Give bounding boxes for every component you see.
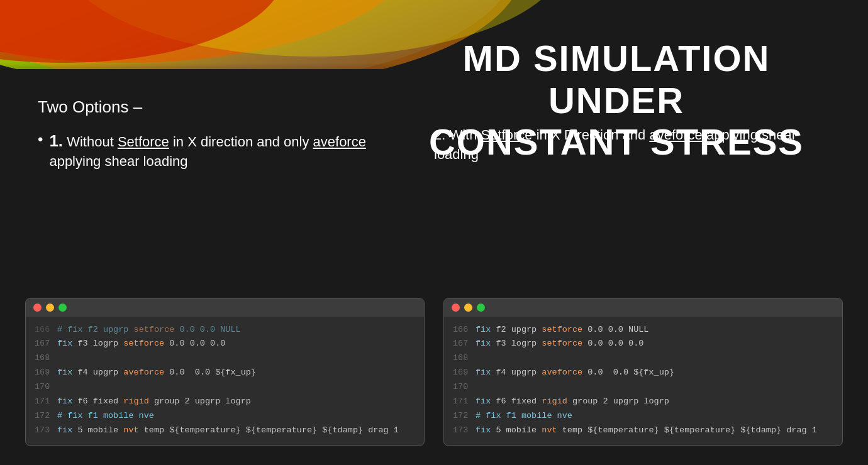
- code-line-166-left: 166 # fix f2 upgrp setforce 0.0 0.0 NULL: [35, 323, 415, 337]
- code-line-172-left: 172 # fix f1 mobile nve: [35, 409, 415, 424]
- code-body-right: 166 fix f2 upgrp setforce 0.0 0.0 NULL 1…: [444, 317, 842, 446]
- code-line-172-right: 172 # fix f1 mobile nve: [453, 409, 833, 424]
- code-line-170-left: 170: [35, 380, 415, 395]
- two-options-label: Two Options –: [38, 97, 396, 117]
- titlebar-right: [444, 298, 842, 317]
- titlebar-left: [26, 298, 424, 317]
- code-line-169-right: 169 fix f4 upgrp aveforce 0.0 0.0 ${fx_u…: [453, 366, 833, 380]
- dot-green-right: [477, 304, 485, 312]
- code-line-167-right: 167 fix f3 logrp setforce 0.0 0.0 0.0: [453, 337, 833, 351]
- code-line-168-right: 168: [453, 351, 833, 366]
- code-line-171-right: 171 fix f6 fixed rigid group 2 upgrp log…: [453, 395, 833, 409]
- code-blocks-area: 166 # fix f2 upgrp setforce 0.0 0.0 NULL…: [25, 298, 843, 447]
- bullet-icon: •: [38, 129, 43, 149]
- left-content: Two Options – • 1. Without Setforce in X…: [38, 97, 396, 172]
- option1-text: 1. Without Setforce in X direction and o…: [49, 129, 396, 172]
- code-window-left: 166 # fix f2 upgrp setforce 0.0 0.0 NULL…: [25, 298, 425, 447]
- code-line-166-right: 166 fix f2 upgrp setforce 0.0 0.0 NULL: [453, 323, 833, 337]
- code-line-167-left: 167 fix f3 logrp setforce 0.0 0.0 0.0: [35, 337, 415, 351]
- dot-red-left: [33, 304, 42, 312]
- code-line-170-right: 170: [453, 380, 833, 395]
- right-content: 2. With Setforce in X Direction and avef…: [434, 126, 830, 165]
- option1: • 1. Without Setforce in X direction and…: [38, 129, 396, 172]
- option2-text: 2. With Setforce in X Direction and avef…: [434, 126, 830, 165]
- code-line-171-left: 171 fix f6 fixed rigid group 2 upgrp log…: [35, 395, 415, 409]
- code-line-173-left: 173 fix 5 mobile nvt temp ${temperature}…: [35, 424, 415, 438]
- code-line-173-right: 173 fix 5 mobile nvt temp ${temperature}…: [453, 424, 833, 438]
- dot-yellow-left: [46, 304, 54, 312]
- code-line-168-left: 168: [35, 351, 415, 366]
- code-line-169-left: 169 fix f4 upgrp aveforce 0.0 0.0 ${fx_u…: [35, 366, 415, 380]
- dot-yellow-right: [464, 304, 472, 312]
- dot-green-left: [58, 304, 67, 312]
- dot-red-right: [452, 304, 460, 312]
- code-body-left: 166 # fix f2 upgrp setforce 0.0 0.0 NULL…: [26, 317, 424, 446]
- code-window-right: 166 fix f2 upgrp setforce 0.0 0.0 NULL 1…: [443, 298, 843, 447]
